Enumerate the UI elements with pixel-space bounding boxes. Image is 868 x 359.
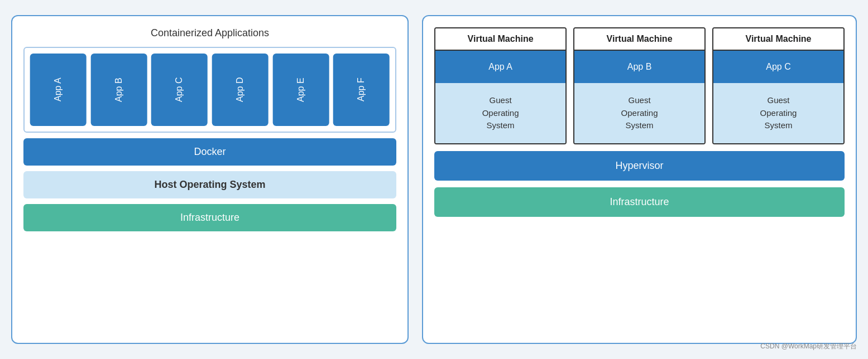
vm-app-a: App A: [435, 51, 565, 83]
apps-container: App A App B App C App D App E App F: [23, 47, 396, 133]
host-os-layer: Host Operating System: [23, 171, 396, 198]
apps-row: App A App B App C App D App E App F: [30, 54, 390, 126]
app-box-f: App F: [333, 54, 390, 126]
vm-header-1: Virtual Machine: [435, 28, 565, 51]
vm-guest-os-1: GuestOperatingSystem: [435, 83, 565, 143]
app-box-e: App E: [273, 54, 329, 126]
main-container: Containerized Applications App A App B A…: [0, 0, 868, 359]
left-title: Containerized Applications: [23, 27, 396, 39]
hypervisor-layer: Hypervisor: [434, 151, 845, 181]
vm-app-c: App C: [713, 51, 843, 83]
infrastructure-layer-right: Infrastructure: [434, 187, 845, 217]
vm-header-3: Virtual Machine: [713, 28, 843, 51]
docker-layer: Docker: [23, 138, 396, 166]
vm-row: Virtual Machine App A GuestOperatingSyst…: [434, 27, 845, 144]
vm-card-2: Virtual Machine App B GuestOperatingSyst…: [573, 27, 706, 144]
watermark: CSDN @WorkMap研发管理平台: [760, 342, 857, 351]
app-box-a: App A: [30, 54, 87, 126]
vm-app-b: App B: [574, 51, 704, 83]
app-box-b: App B: [91, 54, 147, 126]
right-diagram: Virtual Machine App A GuestOperatingSyst…: [422, 15, 857, 344]
vm-guest-os-2: GuestOperatingSystem: [574, 83, 704, 143]
vm-header-2: Virtual Machine: [574, 28, 704, 51]
infrastructure-layer-left: Infrastructure: [23, 204, 396, 231]
app-box-d: App D: [212, 54, 268, 126]
left-diagram: Containerized Applications App A App B A…: [11, 15, 409, 344]
app-box-c: App C: [151, 54, 208, 126]
vm-card-1: Virtual Machine App A GuestOperatingSyst…: [434, 27, 567, 144]
vm-guest-os-3: GuestOperatingSystem: [713, 83, 843, 143]
vm-card-3: Virtual Machine App C GuestOperatingSyst…: [712, 27, 845, 144]
